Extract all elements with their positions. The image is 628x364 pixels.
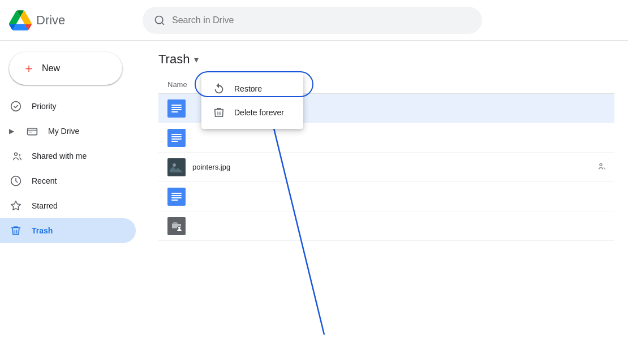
- sidebar-item-my-drive[interactable]: ▶ My Drive: [0, 119, 136, 144]
- file-name: pointers.jpg: [192, 163, 587, 171]
- svg-rect-10: [171, 134, 182, 135]
- delete-forever-icon: [213, 106, 225, 119]
- logo-text: Drive: [36, 13, 65, 28]
- svg-rect-1: [28, 128, 37, 135]
- table-row[interactable]: [158, 211, 614, 241]
- svg-point-0: [11, 102, 21, 111]
- sidebar-item-shared[interactable]: Shared with me: [0, 144, 136, 168]
- svg-rect-5: [171, 105, 182, 106]
- new-button-label: New: [42, 63, 60, 73]
- header: Drive: [0, 0, 628, 41]
- layout: ＋ New Priority ▶ My Drive: [0, 41, 628, 364]
- context-menu-restore[interactable]: Restore: [201, 77, 303, 101]
- sidebar-item-priority[interactable]: Priority: [0, 94, 136, 119]
- svg-rect-17: [167, 188, 186, 206]
- doc-icon: [167, 129, 186, 147]
- people-badge-icon: [596, 162, 605, 172]
- trash-icon: [9, 224, 23, 237]
- column-name: Name: [167, 80, 187, 89]
- sidebar-item-recent-label: Recent: [32, 176, 57, 185]
- svg-rect-20: [171, 197, 182, 198]
- delete-forever-label: Delete forever: [234, 108, 284, 117]
- table-row[interactable]: pointers.jpg: [158, 153, 614, 182]
- svg-rect-9: [167, 129, 186, 147]
- svg-rect-6: [171, 107, 182, 108]
- drive-logo-icon: [9, 9, 32, 32]
- sidebar-item-starred[interactable]: Starred: [0, 193, 136, 218]
- trash-chevron-icon[interactable]: ▾: [194, 54, 199, 65]
- table-row[interactable]: [158, 182, 614, 211]
- svg-rect-19: [171, 195, 182, 196]
- search-bar[interactable]: [143, 7, 482, 34]
- doc-icon: [167, 99, 186, 118]
- search-icon: [154, 15, 165, 26]
- recent-icon: [9, 174, 23, 188]
- sidebar-item-shared-label: Shared with me: [32, 151, 87, 161]
- image-thumbnail: [167, 158, 186, 176]
- svg-point-24: [178, 227, 180, 229]
- shared-icon: [9, 149, 23, 163]
- search-input[interactable]: [172, 15, 471, 25]
- sidebar: ＋ New Priority ▶ My Drive: [0, 41, 145, 364]
- sidebar-item-starred-label: Starred: [32, 201, 58, 210]
- svg-rect-8: [171, 111, 178, 112]
- svg-rect-18: [171, 193, 182, 194]
- sidebar-item-trash[interactable]: Trash: [0, 218, 136, 243]
- svg-rect-21: [171, 200, 178, 201]
- svg-rect-13: [171, 141, 178, 142]
- folder-person-icon: [167, 217, 186, 235]
- svg-point-15: [173, 163, 176, 167]
- plus-icon: ＋: [23, 60, 35, 77]
- main-content: Trash ▾ Name: [145, 41, 628, 364]
- restore-label: Restore: [234, 84, 262, 93]
- sidebar-item-trash-label: Trash: [32, 226, 53, 235]
- svg-rect-7: [171, 109, 182, 110]
- priority-icon: [9, 99, 23, 113]
- sidebar-item-my-drive-label: My Drive: [48, 127, 79, 136]
- starred-icon: [9, 199, 23, 213]
- svg-point-16: [600, 163, 602, 166]
- sidebar-item-priority-label: Priority: [32, 102, 57, 111]
- page-title: Trash: [158, 52, 190, 67]
- svg-point-2: [15, 153, 18, 155]
- logo-area: Drive: [9, 9, 134, 32]
- sidebar-item-recent[interactable]: Recent: [0, 168, 136, 193]
- restore-icon: [213, 83, 225, 95]
- svg-rect-11: [171, 136, 182, 137]
- context-menu: Restore Delete forever: [201, 72, 303, 129]
- context-menu-delete-forever[interactable]: Delete forever: [201, 101, 303, 124]
- doc-icon: [167, 188, 186, 206]
- new-button[interactable]: ＋ New: [9, 52, 122, 85]
- svg-rect-4: [167, 99, 186, 118]
- page-title-area: Trash ▾: [158, 52, 614, 67]
- expand-icon: ▶: [9, 127, 14, 135]
- svg-rect-12: [171, 138, 182, 140]
- my-drive-icon: [25, 124, 39, 138]
